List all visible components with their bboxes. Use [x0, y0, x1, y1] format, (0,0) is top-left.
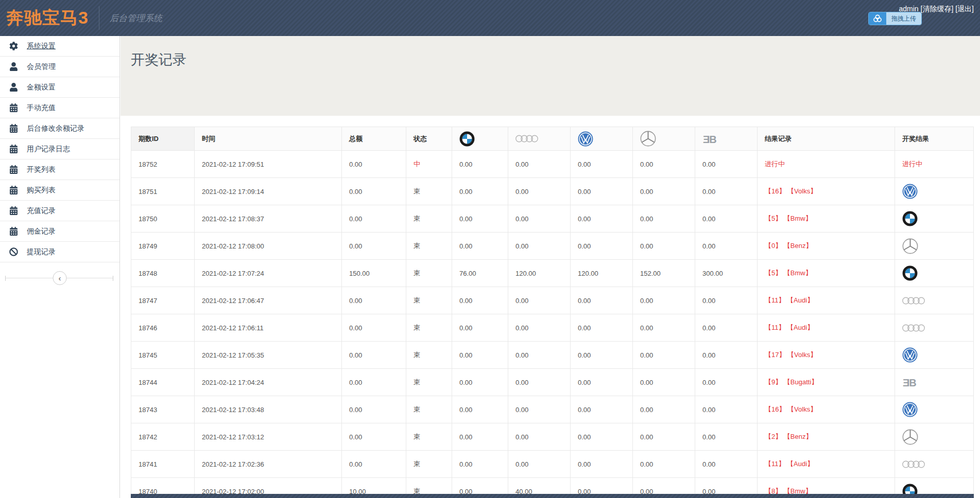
- table-row: 187522021-02-12 17:09:510.00中0.000.000.0…: [131, 151, 974, 178]
- cell-status: 中: [406, 151, 452, 178]
- audi-logo: [902, 296, 925, 305]
- cell-total: 0.00: [342, 369, 406, 396]
- cell-amount-bugatti: 0.00: [695, 287, 758, 314]
- cell-outcome: [895, 178, 974, 205]
- cell-amount-bugatti: 0.00: [695, 151, 758, 178]
- cell-time: 2021-02-12 17:04:24: [195, 369, 342, 396]
- cell-period-id: 18751: [131, 178, 195, 205]
- col-header-text: 期数ID: [131, 127, 195, 151]
- benz-logo: [902, 238, 918, 254]
- cell-amount-bmw: 0.00: [452, 287, 508, 314]
- sidebar-item-system-settings[interactable]: 系统设置: [0, 36, 119, 57]
- cell-status: 束: [406, 342, 452, 369]
- cell-result-record: 【5】 【Bmw】: [758, 205, 895, 233]
- table-row: 187512021-02-12 17:09:140.00束0.000.000.0…: [131, 178, 974, 205]
- cell-amount-benz: 0.00: [633, 451, 695, 478]
- content-panel: 期数ID时间总额状态结果记录开奖结果 187522021-02-12 17:09…: [121, 116, 980, 498]
- sidebar-item-recharge-log[interactable]: 充值记录: [0, 201, 119, 221]
- sidebar-item-label: 金额设置: [27, 83, 56, 92]
- cell-amount-vw: 0.00: [571, 178, 633, 205]
- cell-amount-audi: 0.00: [508, 287, 571, 314]
- cell-result-record: 【17】 【Volks】: [758, 342, 895, 369]
- cell-outcome: [895, 451, 974, 478]
- cell-status: 束: [406, 369, 452, 396]
- cell-time: 2021-02-12 17:03:48: [195, 396, 342, 423]
- table-header-row: 期数ID时间总额状态结果记录开奖结果: [131, 127, 974, 151]
- cell-amount-bugatti: 0.00: [695, 205, 758, 233]
- cell-amount-vw: 0.00: [571, 423, 633, 451]
- cell-outcome: [895, 233, 974, 260]
- page-title: 开奖记录: [121, 36, 980, 69]
- sidebar-item-withdraw-log[interactable]: 提现记录: [0, 242, 119, 262]
- sidebar-item-label: 系统设置: [27, 42, 56, 51]
- cloud-rings-icon: [869, 12, 886, 25]
- cell-amount-audi: 0.00: [508, 151, 571, 178]
- cell-period-id: 18744: [131, 369, 195, 396]
- cell-amount-bmw: 0.00: [452, 151, 508, 178]
- sidebar-item-label: 用户记录日志: [27, 145, 70, 154]
- sidebar-collapse-row: ‹: [0, 271, 119, 285]
- cell-amount-bmw: 0.00: [452, 396, 508, 423]
- lottery-records-table: 期数ID时间总额状态结果记录开奖结果 187522021-02-12 17:09…: [131, 127, 974, 498]
- sidebar-collapse-button[interactable]: ‹: [53, 271, 67, 285]
- bmw-logo: [459, 131, 475, 147]
- cell-time: 2021-02-12 17:08:00: [195, 233, 342, 260]
- audi-logo: [902, 460, 925, 469]
- col-header-benz: [633, 127, 695, 151]
- cell-time: 2021-02-12 17:09:51: [195, 151, 342, 178]
- cell-total: 0.00: [342, 314, 406, 342]
- cell-amount-audi: 0.00: [508, 314, 571, 342]
- cell-status: 束: [406, 233, 452, 260]
- sidebar-item-label: 手动充值: [27, 103, 56, 113]
- cell-amount-vw: 0.00: [571, 396, 633, 423]
- cell-amount-bmw: 0.00: [452, 233, 508, 260]
- sidebar-item-manual-recharge[interactable]: 手动充值: [0, 98, 119, 118]
- cell-result-record: 【11】 【Audi】: [758, 287, 895, 314]
- cell-period-id: 18747: [131, 287, 195, 314]
- cell-total: 0.00: [342, 178, 406, 205]
- table-row: 187432021-02-12 17:03:480.00束0.000.000.0…: [131, 396, 974, 423]
- cell-amount-audi: 0.00: [508, 423, 571, 451]
- cell-outcome: [895, 314, 974, 342]
- logout-link[interactable]: [退出]: [955, 5, 974, 13]
- bugatti-logo: [702, 132, 721, 146]
- cell-result-record: 【0】 【Benz】: [758, 233, 895, 260]
- sidebar-item-balance-modify-log[interactable]: 后台修改余额记录: [0, 118, 119, 139]
- cell-amount-benz: 0.00: [633, 287, 695, 314]
- sidebar-item-purchase-list[interactable]: 购买列表: [0, 180, 119, 201]
- cell-result-record: 【16】 【Volks】: [758, 396, 895, 423]
- cell-time: 2021-02-12 17:03:12: [195, 423, 342, 451]
- calendar-icon: [9, 124, 21, 133]
- top-bar: 奔驰宝马3 后台管理系统 admin [清除缓存] [退出] 拖拽上传: [0, 0, 980, 36]
- drag-upload-button[interactable]: 拖拽上传: [868, 12, 922, 25]
- sidebar-item-member-management[interactable]: 会员管理: [0, 57, 119, 77]
- cell-period-id: 18745: [131, 342, 195, 369]
- table-row: 187442021-02-12 17:04:240.00束0.000.000.0…: [131, 369, 974, 396]
- cell-amount-bugatti: 0.00: [695, 314, 758, 342]
- cell-amount-audi: 0.00: [508, 396, 571, 423]
- col-header-vw: [571, 127, 633, 151]
- sidebar-item-commission-log[interactable]: 佣金记录: [0, 221, 119, 242]
- cell-status: 束: [406, 205, 452, 233]
- cell-amount-bugatti: 0.00: [695, 423, 758, 451]
- cell-amount-benz: 0.00: [633, 205, 695, 233]
- sidebar-item-label: 购买列表: [27, 186, 56, 195]
- bugatti-logo: [902, 376, 921, 389]
- cell-amount-audi: 120.00: [508, 260, 571, 287]
- cell-amount-vw: 0.00: [571, 342, 633, 369]
- col-header-audi: [508, 127, 571, 151]
- cell-time: 2021-02-12 17:02:36: [195, 451, 342, 478]
- cell-time: 2021-02-12 17:05:35: [195, 342, 342, 369]
- sidebar-item-lottery-list[interactable]: 开奖列表: [0, 159, 119, 180]
- cell-result-record: 【11】 【Audi】: [758, 451, 895, 478]
- cell-amount-benz: 0.00: [633, 342, 695, 369]
- table-row: 187412021-02-12 17:02:360.00束0.000.000.0…: [131, 451, 974, 478]
- sidebar-item-user-log[interactable]: 用户记录日志: [0, 139, 119, 159]
- cell-total: 0.00: [342, 151, 406, 178]
- sidebar-item-amount-settings[interactable]: 金额设置: [0, 77, 119, 98]
- table-row: 187462021-02-12 17:06:110.00束0.000.000.0…: [131, 314, 974, 342]
- cell-amount-benz: 0.00: [633, 423, 695, 451]
- cell-amount-bugatti: 0.00: [695, 451, 758, 478]
- cell-amount-bugatti: 0.00: [695, 233, 758, 260]
- clear-cache-link[interactable]: [清除缓存]: [921, 5, 954, 13]
